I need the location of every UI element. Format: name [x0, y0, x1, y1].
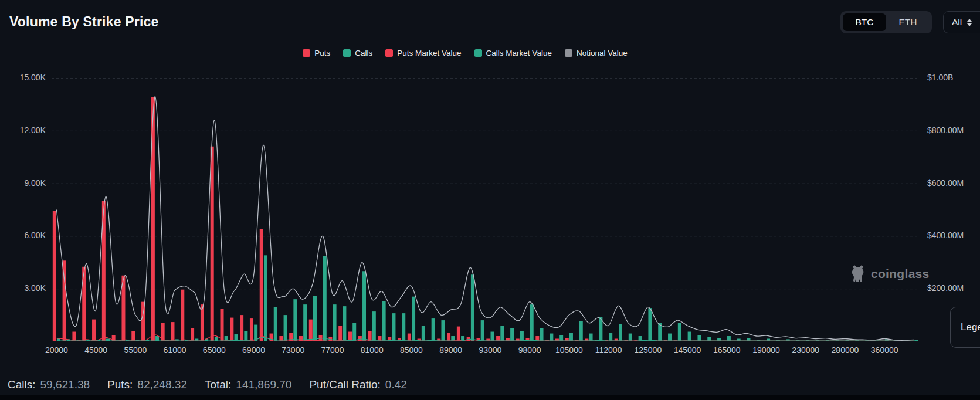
call-bar[interactable]: [697, 335, 701, 341]
call-bar[interactable]: [678, 323, 681, 341]
put-bar[interactable]: [191, 328, 194, 341]
call-bar[interactable]: [589, 334, 593, 341]
stat-calls-: Calls:59,621.38: [8, 378, 90, 391]
call-bar[interactable]: [520, 331, 524, 341]
put-bar[interactable]: [447, 333, 450, 341]
asset-toggle[interactable]: BTC ETH: [840, 11, 932, 33]
call-bar[interactable]: [471, 274, 474, 341]
call-bar[interactable]: [382, 301, 386, 341]
x-tick-label: 69000: [242, 345, 265, 355]
y-tick-right: $600.00M: [927, 178, 980, 188]
chart-legend: PutsCallsPuts Market ValueCalls Market V…: [0, 49, 930, 57]
call-bar[interactable]: [629, 334, 632, 341]
call-bar[interactable]: [540, 328, 544, 341]
put-bar[interactable]: [260, 229, 263, 341]
legend-label: Calls: [355, 49, 372, 57]
x-tick-label: 280000: [832, 345, 859, 355]
put-bar[interactable]: [230, 318, 233, 341]
put-bar[interactable]: [457, 327, 460, 341]
x-tick-label: 55000: [124, 345, 147, 355]
call-bar[interactable]: [274, 307, 277, 341]
call-bar[interactable]: [579, 321, 583, 341]
put-bar[interactable]: [92, 320, 96, 341]
call-bar[interactable]: [362, 271, 366, 341]
legend-label: Calls Market Value: [486, 49, 552, 57]
call-bar[interactable]: [510, 328, 514, 341]
put-bar[interactable]: [72, 332, 76, 341]
call-bar[interactable]: [372, 311, 376, 341]
stat-value: 59,621.38: [40, 378, 90, 391]
call-bar[interactable]: [550, 334, 553, 341]
legend-item-calls-market-value[interactable]: Calls Market Value: [474, 49, 552, 57]
legend-item-puts-market-value[interactable]: Puts Market Value: [385, 49, 461, 57]
x-tick-label: 360000: [871, 345, 898, 355]
call-bar[interactable]: [668, 334, 672, 341]
put-bar[interactable]: [240, 315, 243, 341]
put-bar[interactable]: [131, 331, 135, 341]
call-bar[interactable]: [559, 335, 563, 341]
call-bar[interactable]: [392, 313, 395, 341]
call-bar[interactable]: [609, 333, 612, 341]
call-bar[interactable]: [323, 256, 327, 341]
call-bar[interactable]: [303, 304, 307, 341]
call-bar[interactable]: [569, 333, 573, 341]
x-tick-label: 230000: [792, 345, 819, 355]
btc-toggle-button[interactable]: BTC: [843, 13, 886, 31]
call-bar[interactable]: [491, 332, 494, 341]
put-bar[interactable]: [181, 290, 184, 341]
y-tick-left: 12.00K: [0, 126, 46, 135]
put-bar[interactable]: [348, 332, 352, 341]
x-tick-label: 112000: [595, 345, 622, 355]
put-bar[interactable]: [221, 309, 224, 341]
y-tick-right: $200.00M: [927, 283, 980, 293]
put-bar[interactable]: [289, 333, 293, 341]
call-bar[interactable]: [619, 324, 622, 341]
call-bar[interactable]: [313, 296, 317, 341]
call-bar[interactable]: [293, 299, 297, 341]
legend-item-notional-value[interactable]: Notional Value: [565, 49, 628, 57]
x-tick-label: 145000: [674, 345, 701, 355]
call-bar[interactable]: [333, 304, 337, 341]
legend-panel-button[interactable]: Legend: [950, 307, 980, 348]
call-bar[interactable]: [914, 340, 918, 341]
legend-label: Notional Value: [577, 49, 628, 57]
call-bar[interactable]: [352, 323, 356, 341]
put-bar[interactable]: [250, 318, 253, 341]
call-bar[interactable]: [264, 255, 267, 341]
call-bar[interactable]: [412, 297, 415, 341]
expiry-filter-dropdown[interactable]: All: [943, 11, 980, 33]
call-bar[interactable]: [422, 326, 425, 341]
stat-label: Puts:: [107, 378, 133, 391]
dropdown-updown-icon: [967, 19, 972, 26]
x-tick-label: 89000: [439, 345, 462, 355]
call-bar[interactable]: [530, 304, 534, 341]
x-tick-label: 85000: [400, 345, 423, 355]
stat-label: Total:: [205, 378, 231, 391]
legend-panel-label: Legend: [961, 321, 980, 333]
call-bar[interactable]: [432, 318, 435, 341]
eth-toggle-button[interactable]: ETH: [886, 13, 930, 31]
put-bar[interactable]: [171, 322, 174, 341]
put-bar[interactable]: [309, 320, 313, 341]
call-bar[interactable]: [481, 320, 484, 341]
call-bar[interactable]: [402, 313, 405, 341]
call-bar[interactable]: [284, 315, 287, 341]
call-bar[interactable]: [500, 326, 504, 341]
put-bar[interactable]: [211, 147, 214, 341]
put-bar[interactable]: [53, 211, 56, 341]
page-title: Volume By Strike Price: [9, 14, 159, 30]
volume-by-strike-chart[interactable]: [52, 78, 919, 341]
legend-item-calls[interactable]: Calls: [343, 49, 372, 57]
call-bar[interactable]: [441, 320, 445, 341]
legend-item-puts[interactable]: Puts: [303, 49, 330, 57]
y-tick-right: $400.00M: [927, 230, 980, 240]
put-bar[interactable]: [338, 326, 342, 341]
summary-stats: Calls:59,621.38Puts:82,248.32Total:141,8…: [8, 378, 407, 391]
call-bar[interactable]: [688, 332, 691, 341]
expiry-filter-value: All: [952, 17, 962, 28]
call-bar[interactable]: [343, 306, 346, 341]
put-bar[interactable]: [63, 260, 66, 341]
x-tick-label: 45000: [84, 345, 107, 355]
call-bar[interactable]: [648, 308, 652, 341]
x-tick-label: 190000: [752, 345, 780, 355]
